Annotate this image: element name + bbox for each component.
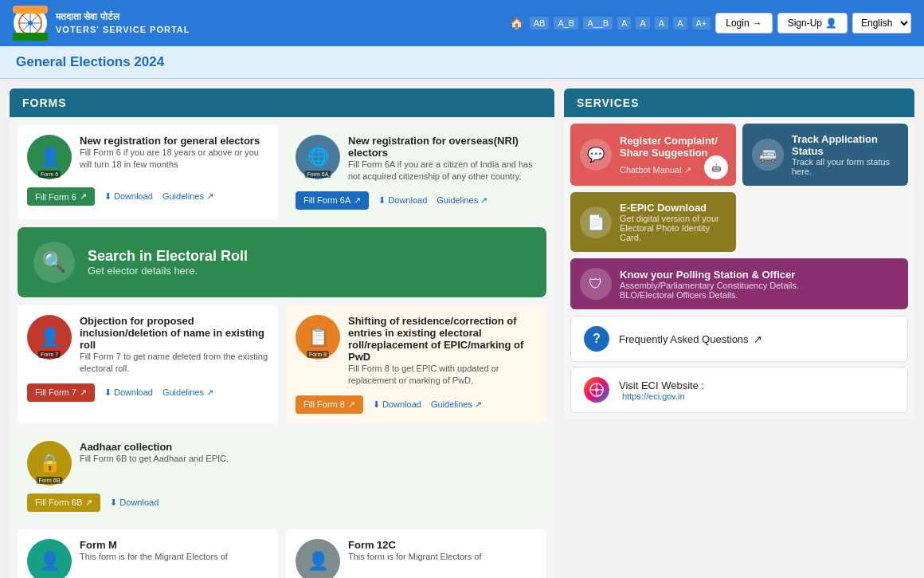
complaint-text: Register Complaint/Share Suggestion Chat… (620, 135, 718, 175)
form-12c-desc: This form is for Migrant Electors of (348, 551, 482, 563)
banner-title: General Elections 2024 (16, 54, 164, 69)
form-card-12c-top: 👤 Form 12C This form is for Migrant Elec… (296, 539, 537, 578)
home-button[interactable]: 🏠 (508, 15, 525, 31)
login-button[interactable]: Login → (715, 13, 772, 33)
login-label: Login (726, 18, 749, 29)
form-8-text: Shifting of residence/correction of entr… (348, 315, 537, 387)
chatbot-badge-icon: 🤖 (704, 155, 728, 179)
form-8-icon-symbol: 📋 (307, 327, 329, 348)
form-6-actions: Fill Form 6 ↗ ⬇ Download Guidelines ↗ (27, 187, 268, 206)
form-6a-badge: Form 6A (305, 171, 331, 178)
fill-7-arrow-icon: ↗ (80, 387, 87, 398)
faq-icon: ? (584, 326, 609, 352)
form-card-8-top: 📋 Form 8 Shifting of residence/correctio… (296, 315, 537, 387)
form-card-m-top: 👤 Form M This form is for the Migrant El… (27, 539, 268, 578)
form-7-download-link[interactable]: ⬇ Download (104, 387, 153, 398)
form-6a-title: New registration for overseas(NRI) elect… (348, 135, 537, 159)
form-12c-icon: 👤 (296, 539, 340, 578)
eci-card[interactable]: Visit ECI Website : https://eci.gov.in (570, 367, 908, 413)
form-8-badge: Form 8 (307, 351, 329, 358)
forms-grid: 👤 Form 6 New registration for general el… (10, 117, 554, 578)
form-8-download-link[interactable]: ⬇ Download (373, 399, 421, 410)
form-7-actions: Fill Form 7 ↗ ⬇ Download Guidelines ↗ (27, 383, 268, 402)
form-card-6a-top: 🌐 Form 6A New registration for overseas(… (296, 135, 537, 183)
logo-icon (13, 6, 48, 41)
form-12c-title: Form 12C (348, 539, 482, 551)
form-8-guidelines-link[interactable]: Guidelines ↗ (431, 399, 482, 410)
form-6a-actions: Fill Form 6A ↗ ⬇ Download Guidelines ↗ (296, 191, 537, 210)
form-6-icon-symbol: 👤 (39, 147, 61, 167)
form-6a-guidelines-link[interactable]: Guidelines ↗ (437, 195, 487, 206)
text-size-a--b-button[interactable]: A__B (583, 17, 613, 29)
text-size-aplus-button[interactable]: A+ (692, 17, 711, 29)
form-6-download-link[interactable]: ⬇ Download (104, 191, 153, 202)
complaint-text-wrap: Register Complaint/Share Suggestion (620, 135, 718, 159)
logo-text: मतदाता सेवा पोर्टल VOTERS' SERVICE PORTA… (56, 11, 190, 35)
text-size-a-b-button[interactable]: A_B (554, 17, 578, 29)
form-6a-desc: Fill Form 6A if you are a citizen of Ind… (348, 159, 537, 183)
form-6b-desc: Fill Form 6B to get Aadhaar and EPIC. (80, 453, 229, 465)
form-6b-download-link[interactable]: ⬇ Download (110, 497, 159, 508)
eci-label: Visit ECI Website : (619, 379, 704, 391)
service-card-track[interactable]: 🚐 Track Application Status Track all you… (742, 124, 908, 186)
text-size-a1-button[interactable]: A (617, 17, 631, 29)
faq-arrow-icon: ↗ (754, 333, 762, 345)
service-card-complaint[interactable]: 💬 Register Complaint/Share Suggestion Ch… (570, 124, 736, 186)
signup-button[interactable]: Sign-Up 👤 (777, 13, 848, 33)
fill-form-6-button[interactable]: Fill Form 6 ↗ (27, 187, 95, 206)
text-size-a4-button[interactable]: A (673, 17, 687, 29)
form-m-desc: This form is for the Migrant Electors of (80, 551, 228, 563)
form-6-title: New registration for general electors (80, 135, 268, 147)
form-card-6a: 🌐 Form 6A New registration for overseas(… (286, 125, 546, 219)
form-6a-download-link[interactable]: ⬇ Download (378, 195, 427, 206)
track-icon: 🚐 (752, 139, 784, 171)
fill-form-8-button[interactable]: Fill Form 8 ↗ (296, 395, 363, 414)
track-text: Track Application Status Track all your … (792, 133, 899, 176)
header: मतदाता सेवा पोर्टल VOTERS' SERVICE PORTA… (0, 0, 924, 46)
forms-row-3: 🔒 Form 6B Aadhaar collection Fill Form 6… (18, 431, 546, 521)
form-6-desc: Fill Form 6 if you are 18 years or above… (80, 147, 268, 171)
logo-english: VOTERS' SERVICE PORTAL (56, 24, 190, 35)
search-icon: 🔍 (33, 242, 75, 283)
complaint-icon: 💬 (580, 139, 612, 171)
fill-form-6b-button[interactable]: Fill Form 6B ↗ (27, 493, 100, 512)
service-card-polling[interactable]: 🛡 Know your Polling Station & Officer As… (570, 258, 908, 309)
service-card-e-epic[interactable]: 📄 E-EPIC Download Get digital version of… (570, 192, 736, 252)
banner: General Elections 2024 (0, 46, 924, 79)
form-6-text: New registration for general electors Fi… (80, 135, 268, 171)
text-size-a2-button[interactable]: A (636, 17, 649, 29)
faq-card[interactable]: ? Frequently Asked Questions ↗ (570, 316, 908, 362)
form-card-6b: 🔒 Form 6B Aadhaar collection Fill Form 6… (18, 431, 546, 521)
form-6b-icon: 🔒 Form 6B (27, 441, 72, 486)
form-8-actions: Fill Form 8 ↗ ⬇ Download Guidelines ↗ (296, 395, 537, 414)
eci-icon (584, 377, 609, 403)
track-title: Track Application Status (792, 133, 899, 157)
chatbot-link[interactable]: Chatbot Manual ↗ (620, 165, 718, 175)
form-7-guidelines-link[interactable]: Guidelines ↗ (162, 387, 213, 398)
text-size-a3-button[interactable]: A (655, 17, 668, 29)
e-epic-text: E-EPIC Download Get digital version of y… (620, 202, 726, 242)
text-size-ab-button[interactable]: AB (530, 17, 550, 29)
forms-row-2: 👤 Form 7 Objection for proposed inclusio… (18, 305, 546, 423)
eci-text: Visit ECI Website : https://eci.gov.in (619, 379, 704, 401)
form-card-m: 👤 Form M This form is for the Migrant El… (18, 529, 278, 578)
logo-hindi: मतदाता सेवा पोर्टल (56, 11, 190, 24)
login-arrow-icon: → (753, 18, 762, 29)
fill-6b-arrow-icon: ↗ (85, 497, 92, 508)
signup-label: Sign-Up (788, 18, 822, 29)
form-6-guidelines-link[interactable]: Guidelines ↗ (162, 191, 213, 202)
form-6a-icon-symbol: 🌐 (307, 147, 329, 167)
language-select[interactable]: English हिंदी (852, 13, 911, 33)
polling-sub2: BLO/Electoral Officers Details. (620, 290, 799, 300)
complaint-title: Register Complaint/Share Suggestion (620, 135, 718, 159)
eci-url-link[interactable]: https://eci.gov.in (622, 391, 704, 401)
track-subtitle: Track all your form status here. (792, 157, 899, 176)
search-electoral-roll-card[interactable]: 🔍 Search in Electoral Roll Get elector d… (18, 227, 546, 297)
fill-form-6a-button[interactable]: Fill Form 6A ↗ (296, 191, 369, 210)
form-6b-text: Aadhaar collection Fill Form 6B to get A… (80, 441, 229, 465)
faq-text: Frequently Asked Questions ↗ (619, 333, 762, 345)
form-12c-text: Form 12C This form is for Migrant Electo… (348, 539, 482, 563)
form-6b-badge: Form 6B (37, 477, 63, 484)
fill-form-7-button[interactable]: Fill Form 7 ↗ (27, 383, 95, 402)
form-7-text: Objection for proposed inclusion/deletio… (80, 315, 268, 376)
